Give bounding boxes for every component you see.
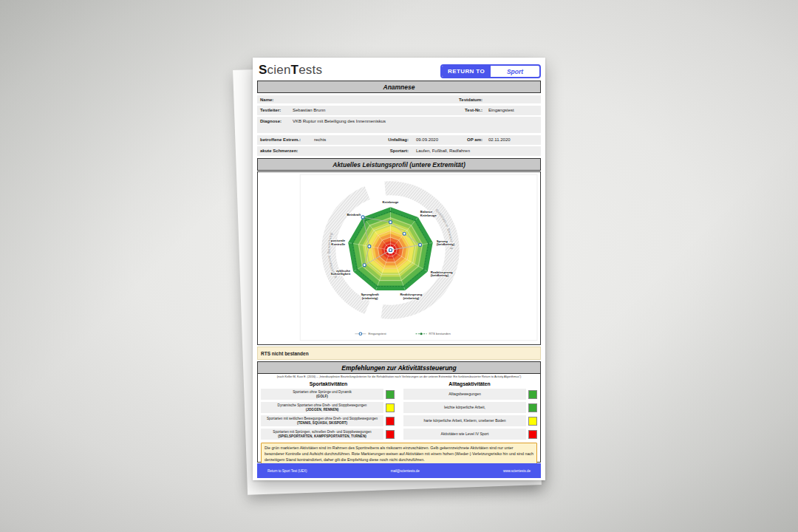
daily-activities-column: Alltagsbewegungen leichte körperliche Ar… — [399, 389, 537, 442]
svg-text:Kniebeuge: Kniebeuge — [382, 200, 399, 204]
sport-label: Sport — [491, 66, 539, 77]
activity-label: Alltagsbewegungen — [449, 392, 481, 397]
sportart-value: Laufen, Fußball, Radfahren — [416, 149, 470, 153]
activity-label: leichte körperliche Arbeit, — [444, 406, 485, 410]
return-to-sport-button[interactable]: RETURN TO Sport — [440, 64, 541, 78]
diagnose-value: VKB Ruptur mit Beteiligung des Innenmeni… — [293, 119, 386, 123]
svg-text:Reaktivsprung(einbeinig): Reaktivsprung(einbeinig) — [400, 293, 422, 300]
activity-label: harte körperliche Arbeit, Klettern, uneb… — [423, 419, 505, 423]
status-color-square — [386, 417, 395, 426]
schmerzen-label: akute Schmerzen: — [260, 149, 298, 153]
citation-text: (nach Keller M, Kurz E. (2016) – „Interd… — [258, 374, 540, 381]
status-color-square — [386, 430, 395, 439]
list-item: Sportarten mit Sprüngen, schnellen Dreh-… — [261, 429, 395, 440]
testleiter-label: Testleiter: — [260, 108, 281, 112]
logo-part: ests — [299, 63, 322, 77]
footer-website-link[interactable]: www.scientests.de — [503, 469, 531, 473]
extremitaet-label: betroffene Extrem.: — [260, 137, 301, 142]
form-row-name: Name: Testdatum: — [257, 95, 541, 103]
svg-text:Sprungkraft(einbeinig): Sprungkraft(einbeinig) — [361, 293, 379, 300]
status-color-square — [386, 390, 395, 399]
name-label: Name: — [260, 98, 273, 102]
diagnose-label: Diagnose: — [260, 119, 282, 123]
list-item: Aktivitäten wie Level IV Sport — [403, 429, 537, 440]
extremitaet-value: rechts — [314, 137, 326, 142]
sportaktivitaeten-header: Sportaktivitäten — [258, 381, 399, 389]
list-item: Sportarten ohne Sprünge und Dynamik(GOLF… — [261, 389, 395, 400]
list-item: Sportarten mit seitlichen Bewegungen ohn… — [261, 415, 395, 426]
logo-part: T — [291, 63, 299, 77]
testleiter-value: Sebastian Brunn — [293, 108, 325, 112]
op-label: OP am: — [427, 137, 482, 142]
list-item: harte körperliche Arbeit, Klettern, uneb… — [403, 415, 537, 426]
svg-text:posturaleKontrolle: posturaleKontrolle — [331, 239, 346, 246]
form-row-testleiter: Testleiter: Sebastian Brunn Test-Nr.: Ei… — [257, 106, 541, 115]
alltagsaktivitaeten-header: Alltagsaktivitäten — [399, 381, 540, 389]
unfalltag-label: Unfalltag: — [368, 137, 409, 142]
testnr-label: Test-Nr.: — [427, 108, 482, 112]
activity-examples: (GOLF) — [316, 395, 328, 398]
warning-note: Die grün markierten Aktivitäten sind im … — [261, 443, 537, 466]
footer-test-name: Return to Sport Test (UEX) — [267, 469, 307, 473]
return-to-label: RETURN TO — [442, 66, 491, 77]
form-row-diagnose: Diagnose: VKB Ruptur mit Beteiligung des… — [257, 117, 541, 133]
scientests-logo: ScienTests — [259, 63, 322, 78]
list-item: Alltagsbewegungen — [403, 389, 537, 400]
page-footer: Return to Sport Test (UEX) mail@scientes… — [257, 463, 541, 478]
anamnese-header: Anamnese — [257, 81, 541, 93]
op-value: 02.11.2020 — [488, 137, 511, 142]
form-row-schmerzen: akute Schmerzen: Sportart: Laufen, Fußba… — [257, 146, 541, 156]
activity-examples: (JOGGEN, RENNEN) — [306, 408, 339, 412]
list-item: Dynamische Sportarten ohne Dreh- und Sto… — [261, 402, 395, 413]
list-item: leichte körperliche Arbeit, — [403, 402, 537, 413]
form-row-extremitaet: betroffene Extrem.: rechts Unfalltag: 09… — [257, 135, 541, 145]
footer-email-link[interactable]: mail@scientests.de — [391, 469, 420, 473]
status-color-square — [528, 403, 537, 412]
empfehlungen-section: Empfehlungen zur Aktivitätssteuerung (na… — [257, 361, 541, 463]
status-color-square — [528, 390, 537, 399]
sportart-label: Sportart: — [368, 149, 409, 153]
testnr-value: Eingangstest — [488, 108, 514, 112]
logo-part: cien — [267, 63, 291, 77]
rts-status-banner: RTS nicht bestanden — [257, 347, 541, 360]
radar-chart-box: quantitative Bewertungqualitative Bewert… — [257, 171, 541, 345]
svg-text:Beinkraft: Beinkraft — [347, 213, 361, 216]
logo-part: S — [259, 63, 267, 77]
status-color-square — [528, 430, 537, 439]
report-page: ScienTests RETURN TO Sport Anamnese Name… — [253, 58, 545, 480]
activity-examples: (SPIELSPORTARTEN, KAMPFSPORTARTEN, TURNE… — [278, 434, 366, 438]
activity-label: Aktivitäten wie Level IV Sport — [441, 432, 489, 437]
empfehlungen-header: Empfehlungen zur Aktivitätssteuerung — [258, 362, 540, 374]
sport-activities-column: Sportarten ohne Sprünge und Dynamik(GOLF… — [261, 389, 399, 442]
status-color-square — [528, 417, 537, 426]
svg-text:Eingangstest: Eingangstest — [368, 332, 386, 335]
activity-examples: (TENNIS, SQUASH, SKISPORT) — [297, 421, 347, 425]
testdatum-label: Testdatum: — [427, 98, 482, 102]
status-color-square — [386, 403, 395, 412]
svg-text:RTS bestanden: RTS bestanden — [429, 332, 451, 335]
leistungsprofil-header: Aktuelles Leistungsprofil (untere Extrem… — [257, 158, 541, 171]
radar-chart: quantitative Bewertungqualitative Bewert… — [258, 172, 540, 344]
